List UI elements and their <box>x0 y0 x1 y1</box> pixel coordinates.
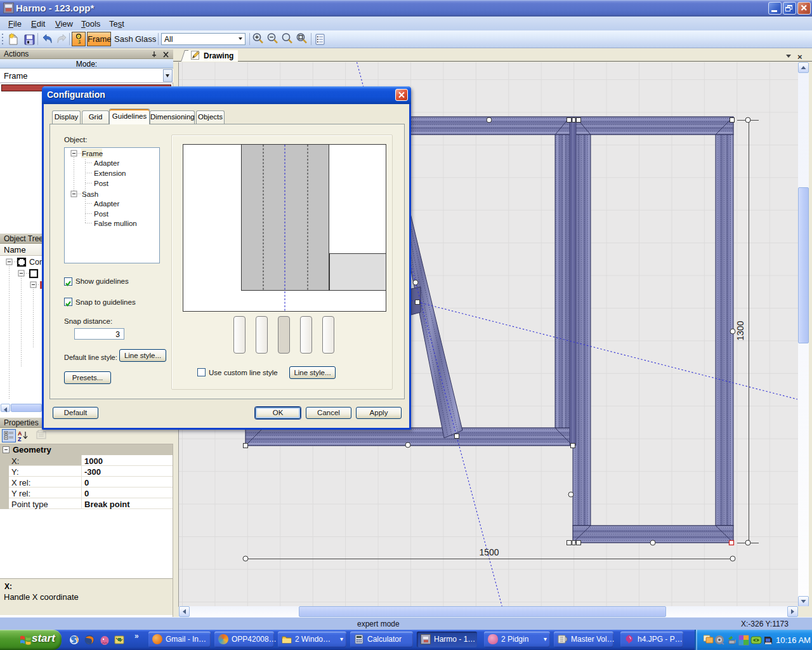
svg-text:1500: 1500 <box>479 547 499 557</box>
svg-text:Adapter: Adapter <box>94 200 119 208</box>
svg-text:Post: Post <box>94 210 109 218</box>
svg-text:Z: Z <box>18 436 22 442</box>
svg-text:Sash: Sash <box>82 190 98 198</box>
svg-text:Adapter: Adapter <box>94 159 119 167</box>
svg-text:False mullion: False mullion <box>94 220 137 227</box>
svg-text:Post: Post <box>94 180 109 187</box>
svg-text:Frame: Frame <box>82 150 103 157</box>
svg-text:Extension: Extension <box>94 169 126 177</box>
svg-text:1300: 1300 <box>735 321 745 340</box>
